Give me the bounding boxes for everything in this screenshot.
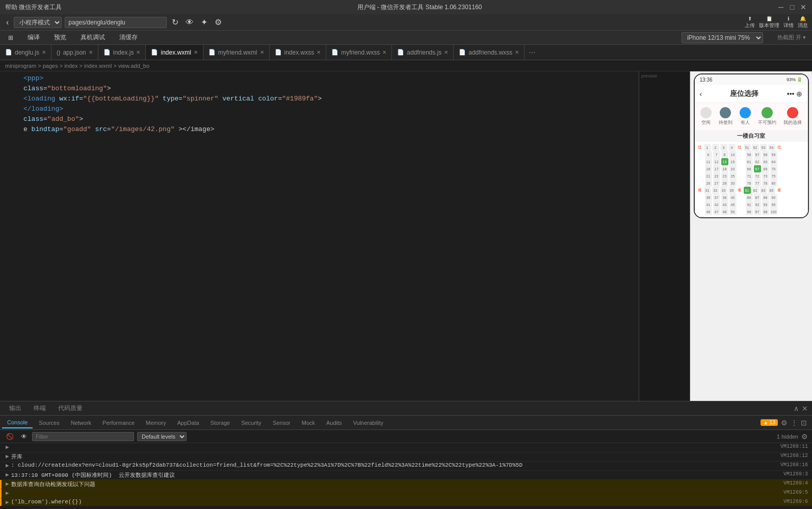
seat-cell[interactable]: 6 <box>705 151 712 158</box>
path-input[interactable] <box>65 17 167 28</box>
seat-cell[interactable]: 62 <box>754 158 761 165</box>
back-icon[interactable]: ‹ <box>700 90 702 98</box>
seat-cell[interactable]: 7 <box>713 151 720 158</box>
tab-addfriendswxss[interactable]: 📄addfriends.wxss✕ <box>454 45 525 60</box>
devtool-tab-network[interactable]: Network <box>66 418 96 428</box>
tab-close[interactable]: ✕ <box>89 49 93 55</box>
seat-cell[interactable]: 64 <box>770 158 777 165</box>
seat-cell[interactable]: 80 <box>770 180 777 187</box>
target-icon[interactable]: ⊕ <box>796 90 802 98</box>
tab-myfriendwxml[interactable]: 📄myfriend.wxml✕ <box>203 45 270 60</box>
tab-appjson[interactable]: {}app.json✕ <box>51 45 98 60</box>
devtools-more-button[interactable]: ⋮ <box>791 419 798 427</box>
debug-btn[interactable]: 真机调试 <box>78 33 107 42</box>
seat-cell[interactable]: 81 <box>744 187 751 194</box>
seat-cell[interactable]: 92 <box>754 201 761 208</box>
console-arrow[interactable]: ▶ <box>6 490 9 496</box>
refresh-button[interactable]: ↻ <box>170 16 180 28</box>
tab-indexwxss[interactable]: 📄index.wxss✕ <box>270 45 327 60</box>
devtool-tab-audits[interactable]: Audits <box>321 418 347 428</box>
console-log-area[interactable]: ▶VM1268:11▶开库VM1268:12▶: cloud://createi… <box>0 443 812 506</box>
seat-cell[interactable]: 47 <box>713 208 720 215</box>
seat-cell[interactable]: 43 <box>721 201 728 208</box>
filter-input[interactable] <box>32 432 134 441</box>
settings-button[interactable]: ⚙ <box>213 16 224 28</box>
seat-cell[interactable]: 2 <box>712 144 719 151</box>
seat-cell[interactable]: 11 <box>705 158 712 165</box>
star-button[interactable]: ✦ <box>199 16 209 28</box>
seat-cell[interactable]: 67 <box>754 165 761 172</box>
tab-close[interactable]: ✕ <box>136 49 140 55</box>
tab-close[interactable]: ✕ <box>382 49 386 55</box>
seat-cell[interactable]: 35 <box>728 187 736 194</box>
seat-cell[interactable]: 42 <box>713 201 720 208</box>
seat-cell[interactable]: 76 <box>746 180 753 187</box>
console-clear-button[interactable]: 🚫 <box>4 432 16 441</box>
bottom-tab-代码质量[interactable]: 代码质量 <box>53 402 88 415</box>
seat-cell[interactable]: 93 <box>762 201 769 208</box>
devtool-tab-sources[interactable]: Sources <box>34 418 64 428</box>
preview-btn[interactable]: 预览 <box>52 33 68 42</box>
devtools-dock-button[interactable]: ⊡ <box>801 419 807 427</box>
devtool-tab-memory[interactable]: Memory <box>141 418 171 428</box>
seat-cell[interactable]: 46 <box>705 208 712 215</box>
mode-select[interactable]: 小程序模式 <box>14 17 62 28</box>
devtools-settings-button[interactable]: ⚙ <box>781 419 788 427</box>
tab-indexwxml[interactable]: 📄index.wxml✕ <box>146 45 203 60</box>
tab-myfriendwxss[interactable]: 📄myfriend.wxss✕ <box>326 45 392 60</box>
tab-close[interactable]: ✕ <box>42 49 46 55</box>
level-select[interactable]: Default levels <box>137 432 187 441</box>
seat-cell[interactable]: 23 <box>721 172 728 180</box>
seat-cell[interactable]: 95 <box>770 201 777 208</box>
seat-cell[interactable]: 61 <box>746 158 753 165</box>
bottom-tab-输出[interactable]: 输出 <box>4 402 27 415</box>
detail-button[interactable]: ℹ 详情 <box>783 16 794 29</box>
console-arrow[interactable]: ▶ <box>6 444 9 450</box>
minimize-button[interactable]: ─ <box>777 4 784 11</box>
seat-cell[interactable]: 98 <box>762 208 769 215</box>
tab-denglujs[interactable]: 📄denglu.js✕ <box>0 45 51 60</box>
console-eye-button[interactable]: 👁 <box>19 432 29 441</box>
seat-cell[interactable]: 20 <box>729 165 737 172</box>
close-panel-button[interactable]: ✕ <box>802 404 808 413</box>
more-icon[interactable]: ••• <box>787 90 795 98</box>
seat-cell[interactable]: 58 <box>762 151 769 158</box>
seat-cell[interactable]: 70 <box>770 165 777 172</box>
device-select[interactable]: iPhone 12/13 mini 75% 16 ▾ <box>682 32 763 43</box>
seat-cell[interactable]: 51 <box>744 144 751 151</box>
console-arrow[interactable]: ▶ <box>6 462 9 469</box>
tab-indexjs[interactable]: 📄index.js✕ <box>98 45 146 60</box>
seat-cell[interactable]: 45 <box>729 201 737 208</box>
seat-cell[interactable]: 31 <box>704 187 711 194</box>
seat-cell[interactable]: 28 <box>721 180 728 187</box>
upload-button[interactable]: ⬆ 上传 <box>745 16 755 29</box>
tab-close[interactable]: ✕ <box>444 49 448 55</box>
devtool-tab-console[interactable]: Console <box>2 417 33 428</box>
close-button[interactable]: ✕ <box>800 4 807 11</box>
seat-cell[interactable]: 52 <box>752 144 759 151</box>
devtool-tab-storage[interactable]: Storage <box>205 418 235 428</box>
clear-btn[interactable]: 清缓存 <box>117 33 140 42</box>
seat-cell[interactable]: 25 <box>729 172 737 180</box>
seat-cell[interactable]: 33 <box>720 187 727 194</box>
console-settings-button[interactable]: ⚙ <box>801 432 808 441</box>
seat-cell[interactable]: 17 <box>713 165 720 172</box>
seat-cell[interactable]: 77 <box>754 180 761 187</box>
hotpatch-label[interactable]: 热截图 开 ▾ <box>777 34 806 41</box>
seat-cell[interactable]: 71 <box>746 172 753 180</box>
notify-button[interactable]: 🔔 消息 <box>798 16 808 29</box>
seat-cell[interactable]: 22 <box>713 172 720 180</box>
filter-mine[interactable]: 我的选择 <box>783 107 802 126</box>
seat-cell[interactable]: 72 <box>754 172 761 180</box>
seat-cell[interactable]: 90 <box>770 194 777 201</box>
seat-cell[interactable]: 97 <box>754 208 761 215</box>
console-arrow[interactable]: ▶ <box>6 480 9 487</box>
seat-cell[interactable]: 83 <box>760 187 767 194</box>
devtool-tab-appdata[interactable]: AppData <box>172 418 204 428</box>
console-arrow[interactable]: ▶ <box>6 499 9 505</box>
layout-toggle[interactable]: ⊞ <box>6 33 15 42</box>
seat-cell[interactable]: 16 <box>705 165 712 172</box>
filter-occupied[interactable]: 有人 <box>740 107 751 126</box>
eye-button[interactable]: 👁 <box>184 17 196 28</box>
title-bar-controls[interactable]: ─ □ ✕ <box>777 4 807 11</box>
